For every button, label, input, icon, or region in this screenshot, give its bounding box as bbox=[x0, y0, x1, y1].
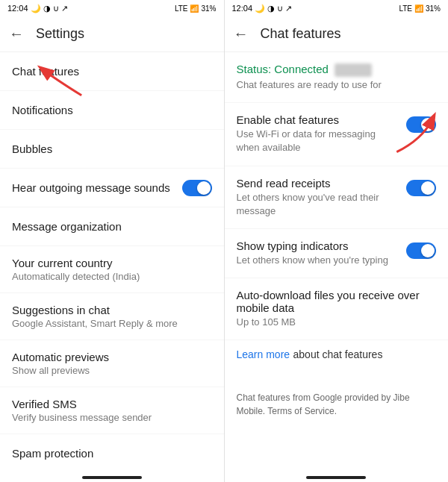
cf-status-line: Status: Connected bbox=[237, 63, 431, 77]
learn-more-link[interactable]: Learn more bbox=[237, 348, 290, 360]
notifications-label: Notifications bbox=[12, 104, 212, 116]
receipts-title: Send read receipts bbox=[237, 177, 401, 190]
status-right-left: LTE 📶 31% bbox=[175, 4, 217, 13]
suggestions-label: Suggestions in chat bbox=[12, 304, 212, 316]
settings-title: Settings bbox=[36, 26, 84, 42]
time-right: 12:04 bbox=[232, 4, 253, 13]
settings-item-message-org[interactable]: Message organization bbox=[0, 207, 224, 246]
signal-bars-right: 📶 bbox=[414, 4, 423, 13]
status-time-left: 12:04 🌙 ◑ ∪ ↗ bbox=[7, 4, 68, 13]
cf-item-learn-more[interactable]: Learn more about chat features bbox=[225, 340, 449, 382]
battery-right: 31% bbox=[426, 4, 441, 13]
verified-sms-subtitle: Verify business message sender bbox=[12, 412, 212, 423]
cf-item-status: Status: Connected Chat features are read… bbox=[225, 52, 449, 103]
settings-item-suggestions[interactable]: Suggestions in chat Google Assistant, Sm… bbox=[0, 293, 224, 340]
chat-features-label: Chat features bbox=[12, 65, 212, 78]
settings-item-spam[interactable]: Spam protection bbox=[0, 434, 224, 472]
receipts-toggle[interactable] bbox=[406, 180, 436, 196]
chat-features-list: Status: Connected Chat features are read… bbox=[225, 52, 449, 472]
nav-indicator-right bbox=[306, 476, 366, 479]
auto-download-subtitle: Up to 105 MB bbox=[237, 316, 431, 329]
status-bar-left: 12:04 🌙 ◑ ∪ ↗ LTE 📶 31% bbox=[0, 0, 224, 16]
signal-icons-left: ◑ ∪ ↗ bbox=[43, 4, 68, 13]
signal-icons-right: ◑ ∪ ↗ bbox=[267, 4, 292, 13]
chat-features-title: Chat features bbox=[261, 26, 341, 42]
settings-header: ← Settings bbox=[0, 16, 224, 52]
blurred-info bbox=[335, 63, 372, 77]
moon-icon: 🌙 bbox=[31, 4, 41, 13]
nav-indicator-left bbox=[82, 476, 142, 479]
settings-item-verified-sms[interactable]: Verified SMS Verify business message sen… bbox=[0, 387, 224, 434]
lte-label-right: LTE bbox=[399, 4, 412, 13]
sounds-label: Hear outgoing message sounds bbox=[12, 181, 182, 194]
chat-features-header: ← Chat features bbox=[225, 16, 449, 52]
settings-screen: 12:04 🌙 ◑ ∪ ↗ LTE 📶 31% ← Settings Chat … bbox=[0, 0, 225, 482]
settings-item-notifications[interactable]: Notifications bbox=[0, 91, 224, 130]
chat-features-screen: 12:04 🌙 ◑ ∪ ↗ LTE 📶 31% ← Chat features … bbox=[225, 0, 449, 482]
settings-item-previews[interactable]: Automatic previews Show all previews bbox=[0, 340, 224, 387]
learn-more-suffix: about chat features bbox=[293, 348, 383, 360]
time-left: 12:04 bbox=[7, 4, 28, 13]
cf-item-receipts[interactable]: Send read receipts Let others know you'v… bbox=[225, 166, 449, 229]
signal-bars-left: 📶 bbox=[190, 4, 199, 13]
status-value: Connected bbox=[274, 63, 329, 75]
status-bar-right: 12:04 🌙 ◑ ∪ ↗ LTE 📶 31% bbox=[225, 0, 449, 16]
cf-item-auto-download: Auto-download files you receive over mob… bbox=[225, 278, 449, 340]
bubbles-label: Bubbles bbox=[12, 143, 212, 155]
enable-chat-toggle[interactable] bbox=[406, 116, 436, 133]
previews-label: Automatic previews bbox=[12, 351, 212, 363]
suggestions-subtitle: Google Assistant, Smart Reply & more bbox=[12, 318, 212, 329]
typing-subtitle: Let others know when you're typing bbox=[237, 254, 401, 267]
cf-item-enable[interactable]: Enable chat features Use Wi-Fi or data f… bbox=[225, 103, 449, 166]
cf-item-typing[interactable]: Show typing indicators Let others know w… bbox=[225, 229, 449, 278]
moon-icon-right: 🌙 bbox=[255, 4, 265, 13]
lte-label-left: LTE bbox=[175, 4, 188, 13]
settings-item-bubbles[interactable]: Bubbles bbox=[0, 130, 224, 169]
spam-label: Spam protection bbox=[12, 447, 212, 460]
enable-chat-subtitle: Use Wi-Fi or data for messaging when ava… bbox=[237, 128, 401, 154]
settings-item-country[interactable]: Your current country Automatically detec… bbox=[0, 246, 224, 293]
auto-download-title: Auto-download files you receive over mob… bbox=[237, 289, 431, 314]
typing-title: Show typing indicators bbox=[237, 240, 401, 252]
sounds-toggle[interactable] bbox=[182, 180, 212, 196]
country-label: Your current country bbox=[12, 257, 212, 269]
battery-left: 31% bbox=[201, 4, 216, 13]
country-subtitle: Automatically detected (India) bbox=[12, 271, 212, 282]
previews-subtitle: Show all previews bbox=[12, 365, 212, 376]
chat-features-footer: Chat features from Google provided by Ji… bbox=[225, 382, 449, 427]
message-org-label: Message organization bbox=[12, 220, 212, 233]
settings-list: Chat features Notifications Bubbles Hear… bbox=[0, 52, 224, 472]
status-right-right: LTE 📶 31% bbox=[399, 4, 441, 13]
status-prefix: Status: bbox=[237, 63, 275, 75]
status-time-right: 12:04 🌙 ◑ ∪ ↗ bbox=[232, 4, 293, 13]
typing-toggle[interactable] bbox=[406, 242, 436, 259]
back-arrow-right[interactable]: ← bbox=[234, 25, 249, 43]
back-arrow-left[interactable]: ← bbox=[9, 25, 24, 43]
settings-item-sounds[interactable]: Hear outgoing message sounds bbox=[0, 169, 224, 207]
verified-sms-label: Verified SMS bbox=[12, 398, 212, 410]
receipts-subtitle: Let others know you've read their messag… bbox=[237, 191, 401, 218]
cf-status-subtitle: Chat features are ready to use for bbox=[237, 78, 431, 92]
settings-item-chat-features[interactable]: Chat features bbox=[0, 52, 224, 91]
enable-chat-title: Enable chat features bbox=[237, 113, 401, 126]
